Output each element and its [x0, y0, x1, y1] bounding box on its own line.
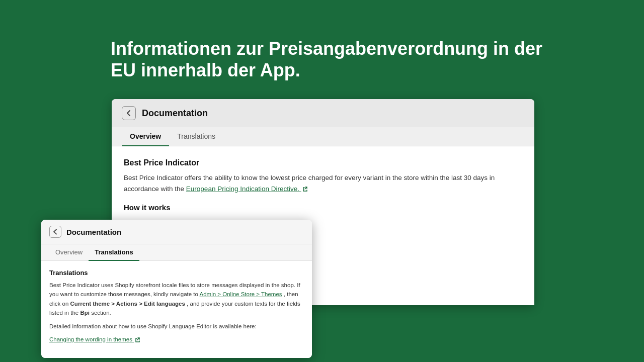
front-doc-title: Documentation — [66, 228, 121, 236]
front-section-title: Translations — [49, 269, 304, 277]
front-doc-tabs: Overview Translations — [41, 244, 312, 261]
admin-themes-link[interactable]: Admin > Online Store > Themes — [200, 291, 282, 297]
directive-link[interactable]: European Pricing Indication Directive. — [186, 185, 307, 193]
tab-overview[interactable]: Overview — [122, 127, 169, 146]
front-para2: Detailed information about how to use Sh… — [49, 322, 304, 331]
front-back-button[interactable] — [49, 226, 61, 238]
wording-link[interactable]: Changing the wording in themes — [49, 336, 140, 342]
front-para1: Best Price Indicator uses Shopify storef… — [49, 281, 304, 318]
main-doc-header: Documentation — [112, 99, 534, 127]
how-it-works-title: How it works — [124, 203, 522, 212]
front-doc-content: Translations Best Price Indicator uses S… — [41, 261, 312, 358]
front-link-line: Changing the wording in themes — [49, 335, 304, 344]
intro-paragraph: Best Price Indicator offers the ability … — [124, 172, 522, 194]
front-doc-header: Documentation — [41, 220, 312, 244]
tab-translations[interactable]: Translations — [169, 127, 223, 146]
front-tab-overview[interactable]: Overview — [49, 244, 89, 261]
main-doc-title: Documentation — [142, 108, 208, 119]
main-back-button[interactable] — [122, 106, 136, 120]
hero-title: Informationen zur Preisangabenverordnung… — [111, 38, 564, 81]
main-doc-tabs: Overview Translations — [112, 127, 534, 146]
section-title: Best Price Indicator — [124, 158, 522, 167]
front-tab-translations[interactable]: Translations — [89, 244, 139, 261]
front-doc-panel: Documentation Overview Translations Tran… — [41, 220, 312, 358]
